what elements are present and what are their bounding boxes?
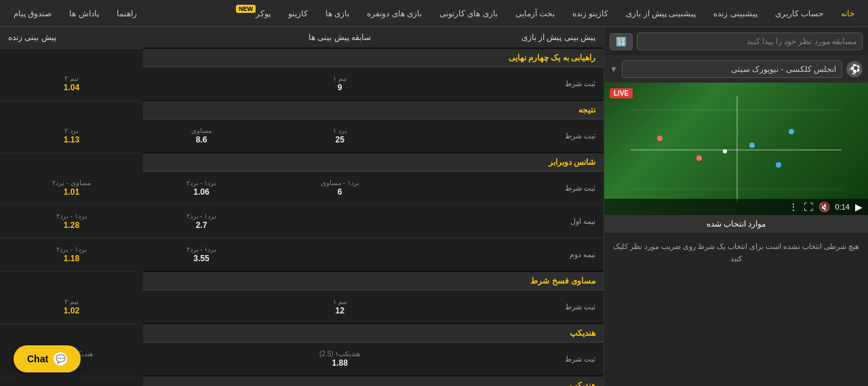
section-title-double-chance: شانس دوبرابر [143, 153, 604, 172]
section-title-handicap2: هندیکپ [143, 376, 604, 386]
betting-table: پیش بینی پیش از بازی سابقه پیش بینی ها پ… [0, 27, 604, 386]
match-dropdown[interactable]: انجلس کلکسی - نیویورک سیتی [622, 60, 842, 78]
nav-item-live-betting[interactable]: پیشبینی زنده [707, 6, 764, 21]
top-navigation: خانهحساب کاربریپیشبینی زندهپیشبینی پیش ا… [0, 0, 868, 27]
nav-item-card-games[interactable]: بازی های کارتونی [433, 6, 505, 21]
nav-item-home[interactable]: خانه [834, 6, 861, 21]
bet-cell-center[interactable]: مساوی8.6 [143, 119, 260, 153]
fullscreen-button[interactable]: ⛶ [804, 201, 813, 212]
time-display: 0:14 [835, 203, 850, 211]
section-title-handicap-fixed: مساوی فسخ شرط [143, 271, 604, 290]
selected-empty: هیچ شرطی انتخاب نشده است برای انتخاب یک … [604, 233, 868, 273]
odds-cell-right[interactable]: برد۱ - برد۲1.18 [51, 243, 92, 266]
nav-item-live-casino[interactable]: کازینو زنده [566, 6, 615, 21]
section-title-quarter-final: راهیابی به یک چهارم نهایی [143, 48, 604, 67]
section-title-handicap1: هندیکپ [143, 324, 604, 343]
bet-cell-center[interactable] [143, 290, 260, 324]
bet-cell-team2[interactable]: تیم ۲1.02 [0, 290, 143, 324]
bet-cell-team2[interactable]: برد ۲1.13 [0, 119, 143, 153]
search-bar: 🔢 [604, 27, 868, 56]
nav-item-casino[interactable]: کازینو [281, 6, 315, 21]
odds-cell-right[interactable]: برد۱ - برد۲1.28 [51, 210, 92, 233]
bet-cell-team2[interactable]: مساوی - برد۲1.01 [0, 172, 143, 205]
calculator-icon: 🔢 [616, 37, 627, 47]
table-row: ثبت شرطبرد ۱25مساوی8.6برد ۲1.13 [0, 119, 604, 153]
section-header-result: نتیجه [0, 100, 604, 119]
section-header-handicap-fixed: مساوی فسخ شرط [0, 271, 604, 290]
section-header-double-chance: شانس دوبرابر [0, 153, 604, 172]
section-header-quarter-final: راهیابی به یک چهارم نهایی [0, 48, 604, 67]
main-content[interactable]: پیش بینی پیش از بازی سابقه پیش بینی ها پ… [0, 27, 604, 386]
nav-item-trial[interactable]: بخت آزمایی [509, 6, 561, 21]
match-selector: ⚽ انجلس کلکسی - نیویورک سیتی ▼ [604, 56, 868, 83]
bet-cell-team1[interactable]: هندیکپ۱ (2.5)1.88 [260, 343, 420, 377]
bet-cell-team1[interactable] [260, 205, 420, 238]
table-row: نیمه اولبرد۱ - برد۲2.7برد۱ - برد۲1.28 [0, 205, 604, 238]
selected-header: موارد انتخاب شده [604, 215, 868, 233]
bet-row-label: نیمه دوم [420, 238, 604, 272]
bet-row-label: نیمه اول [420, 205, 604, 238]
nav-item-guide[interactable]: راهنما [110, 6, 144, 21]
table-row: ثبت شرطهندیکپ۱ (2.5)1.88هندیکپ۲ (-2.5)1.… [0, 343, 604, 377]
odds-cell-center[interactable]: برد۱ - برد۲2.7 [181, 210, 222, 233]
table-row: نیمه دومبرد۱ - برد۲3.55برد۱ - برد۲1.18 [0, 238, 604, 272]
chevron-down-icon: ▼ [610, 64, 618, 74]
nav-item-rewards[interactable]: پاداش ها [62, 6, 105, 21]
odds-cell[interactable]: تیم ۱12 [319, 295, 360, 318]
bet-cell-team1[interactable] [260, 238, 420, 272]
bet-cell-center[interactable] [143, 343, 260, 377]
odds-cell[interactable]: برد۱ - مساوی6 [315, 176, 365, 199]
chat-button[interactable]: 💬 Chat [14, 345, 81, 372]
section-header-handicap1: هندیکپ [0, 324, 604, 343]
bet-cell-center[interactable]: برد۱ - برد۲1.06 [143, 172, 260, 205]
nav-item-pre-match[interactable]: پیشبینی پیش از بازی [619, 6, 703, 21]
sport-icon: ⚽ [846, 61, 863, 77]
odds-cell-center[interactable]: مساوی8.6 [181, 124, 222, 147]
nav-badge-poker: NEW [236, 5, 256, 13]
bet-cell-team2[interactable]: برد۱ - برد۲1.18 [0, 238, 143, 272]
col-pre-match-bets: سابقه پیش بینی ها [260, 27, 420, 48]
table-row: ثبت شرطتیم ۱12تیم ۲1.02 [0, 290, 604, 324]
settings-button[interactable]: ⋮ [789, 201, 798, 212]
bet-row-label: ثبت شرط [420, 119, 604, 153]
bet-cell-team1[interactable]: تیم ۱9 [260, 67, 420, 101]
video-player: LIVE ▶ 0:14 🔇 ⛶ ⋮ [604, 83, 868, 215]
bet-cell-team1[interactable]: برد ۱25 [260, 119, 420, 153]
bet-cell-center[interactable] [143, 67, 260, 101]
search-button[interactable]: 🔢 [610, 33, 633, 50]
col-pre-match: پیش بینی پیش از بازی [420, 27, 604, 48]
odds-cell-right[interactable]: مساوی - برد۲1.01 [47, 176, 96, 199]
odds-cell-right[interactable]: تیم ۲1.02 [51, 295, 92, 318]
odds-cell-center[interactable]: برد۱ - برد۲3.55 [181, 243, 222, 266]
nav-item-poker[interactable]: پوکرNEW [229, 6, 277, 21]
odds-cell-right[interactable]: برد ۲1.13 [51, 124, 92, 147]
nav-item-user-account[interactable]: حساب کاربری [768, 6, 830, 21]
section-header-handicap2: هندیکپ [0, 376, 604, 386]
bet-cell-center[interactable]: برد۱ - برد۲3.55 [143, 238, 260, 272]
bet-cell-team1[interactable]: برد۱ - مساوی6 [260, 172, 420, 205]
play-button[interactable]: ▶ [855, 201, 863, 212]
video-background: LIVE [604, 83, 868, 215]
bet-row-label: ثبت شرط [420, 172, 604, 205]
nav-item-inbox[interactable]: صندوق پیام [7, 6, 58, 21]
table-row: ثبت شرطبرد۱ - مساوی6برد۱ - برد۲1.06مساوی… [0, 172, 604, 205]
bet-row-label: ثبت شرط [420, 67, 604, 101]
search-input[interactable] [637, 33, 863, 50]
bet-cell-team1[interactable]: تیم ۱12 [260, 290, 420, 324]
column-headers: پیش بینی پیش از بازی سابقه پیش بینی ها پ… [0, 27, 604, 48]
odds-cell[interactable]: هندیکپ۱ (2.5)1.88 [314, 347, 366, 370]
nav-item-games[interactable]: بازی ها [319, 6, 356, 21]
odds-cell[interactable]: برد ۱25 [319, 124, 360, 147]
bet-cell-center[interactable]: برد۱ - برد۲2.7 [143, 205, 260, 238]
chat-label: Chat [27, 353, 48, 364]
odds-cell-center[interactable]: برد۱ - برد۲1.06 [181, 176, 222, 199]
bet-row-label: ثبت شرط [420, 343, 604, 377]
odds-cell[interactable]: تیم ۱9 [319, 72, 360, 95]
video-controls: ▶ 0:14 🔇 ⛶ ⋮ [604, 199, 868, 215]
bet-cell-team2[interactable]: برد۱ - برد۲1.28 [0, 205, 143, 238]
nav-item-double-games[interactable]: بازی های دونفره [360, 6, 429, 21]
odds-cell-right[interactable]: تیم ۲1.04 [51, 72, 92, 95]
bet-cell-team2[interactable]: تیم ۲1.04 [0, 67, 143, 101]
main-wrapper: 🔢 ⚽ انجلس کلکسی - نیویورک سیتی ▼ [0, 27, 868, 386]
mute-button[interactable]: 🔇 [818, 201, 830, 212]
